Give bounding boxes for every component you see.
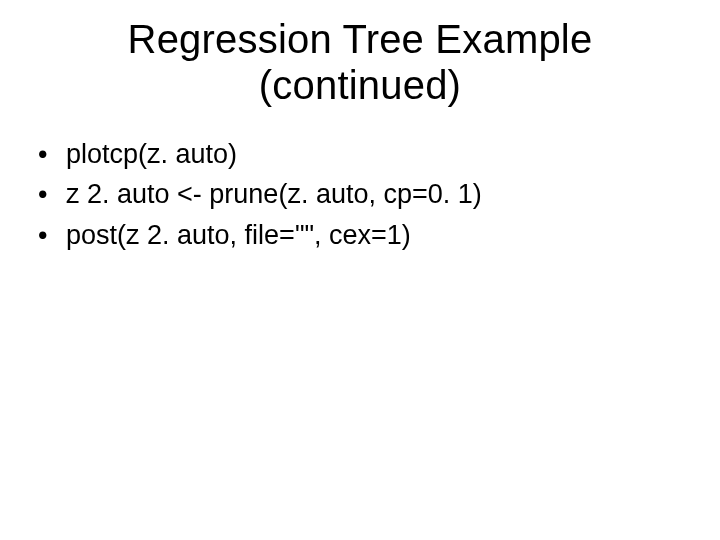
- bullet-text: plotcp(z. auto): [66, 139, 237, 169]
- title-line-2: (continued): [259, 63, 461, 107]
- bullet-list: plotcp(z. auto) z 2. auto <- prune(z. au…: [30, 136, 690, 253]
- list-item: plotcp(z. auto): [38, 136, 690, 172]
- bullet-text: z 2. auto <- prune(z. auto, cp=0. 1): [66, 179, 482, 209]
- slide: Regression Tree Example (continued) plot…: [0, 0, 720, 540]
- slide-title: Regression Tree Example (continued): [30, 16, 690, 108]
- list-item: post(z 2. auto, file="", cex=1): [38, 217, 690, 253]
- bullet-text: post(z 2. auto, file="", cex=1): [66, 220, 411, 250]
- title-line-1: Regression Tree Example: [128, 17, 593, 61]
- list-item: z 2. auto <- prune(z. auto, cp=0. 1): [38, 176, 690, 212]
